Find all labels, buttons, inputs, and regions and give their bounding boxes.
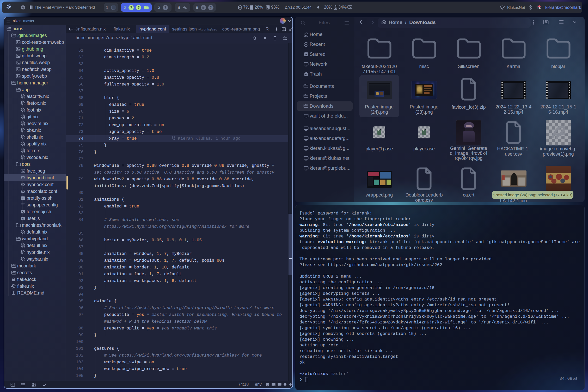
svg-text:JS: JS [22, 218, 24, 220]
